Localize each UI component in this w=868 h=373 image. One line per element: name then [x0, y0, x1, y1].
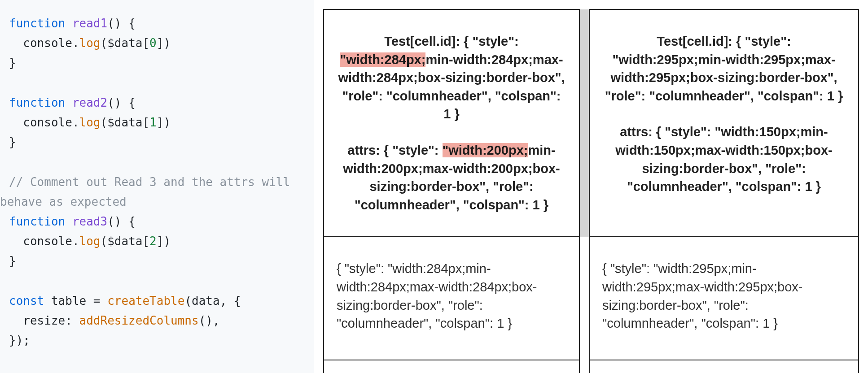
code-punc: , — [220, 294, 234, 308]
highlighted-text: "width:284px; — [340, 52, 425, 67]
code-num: 1 — [149, 116, 157, 129]
column-header-2[interactable]: Test[cell.id]: { "style": "width:295px;m… — [589, 9, 859, 237]
table-cell: { "style": "width:284px;min-width:284px;… — [324, 237, 579, 360]
code-block[interactable]: function read1() { console.log($data[0])… — [9, 13, 305, 350]
keyword-function: function — [9, 96, 65, 109]
code-editor-pane[interactable]: function read1() { console.log($data[0])… — [0, 0, 314, 373]
code-num: 0 — [149, 36, 157, 50]
code-punc: ) — [163, 36, 171, 50]
header-attrs-block: attrs: { "style": "width:200px;min-width… — [338, 141, 566, 214]
code-comment: // Comment out Read 3 and the attrs will — [9, 175, 297, 189]
function-name: read2 — [72, 96, 107, 109]
code-punc: . — [72, 234, 79, 248]
table-cell — [324, 360, 579, 373]
code-key: resize — [23, 314, 65, 327]
code-punc: { — [234, 294, 241, 308]
code-punc: [ — [142, 36, 149, 50]
output-pane[interactable]: Test[cell.id]: { "style": "width:284px;m… — [314, 0, 868, 373]
keyword-function: function — [9, 215, 65, 228]
code-call: log — [79, 36, 101, 50]
highlighted-text: "width:200px; — [443, 143, 528, 157]
code-var: $data — [107, 234, 142, 248]
column-header-1[interactable]: Test[cell.id]: { "style": "width:284px;m… — [324, 9, 579, 237]
code-var: $data — [107, 116, 142, 129]
header-attrs-block: attrs: { "style": "width:150px;min-width… — [603, 123, 845, 195]
code-punc: [ — [142, 234, 149, 248]
table-cell: { "style": "width:295px;min-width:295px;… — [589, 237, 859, 360]
function-name: read3 — [72, 215, 107, 228]
code-punc: } — [9, 56, 16, 69]
column-resize-handle[interactable] — [579, 9, 589, 237]
code-punc: ] — [157, 234, 164, 248]
table-cell — [589, 360, 859, 373]
code-punc: . — [72, 36, 79, 50]
code-punc: ] — [157, 36, 164, 50]
code-punc: () — [199, 314, 213, 327]
function-name: read1 — [72, 17, 107, 30]
code-obj: console — [23, 234, 72, 248]
code-punc: } — [9, 254, 16, 268]
code-punc: ( — [101, 116, 108, 129]
code-var: $data — [107, 36, 142, 50]
code-comment: behave as expected — [0, 192, 127, 212]
code-punc: . — [72, 116, 79, 129]
code-call: log — [79, 116, 101, 129]
code-punc: ) — [163, 116, 171, 129]
output-table: Test[cell.id]: { "style": "width:284px;m… — [323, 9, 859, 373]
code-punc: () { — [107, 17, 136, 30]
keyword-const: const — [9, 294, 44, 308]
code-var: data — [192, 294, 220, 308]
code-punc: : — [65, 314, 79, 327]
code-num: 2 — [149, 234, 157, 248]
column-resize-handle[interactable] — [579, 237, 589, 360]
code-var: table — [51, 294, 86, 308]
code-punc: = — [86, 294, 107, 308]
code-punc: }); — [9, 334, 30, 347]
code-punc: } — [9, 135, 16, 149]
code-call: log — [79, 234, 101, 248]
code-punc: () { — [107, 96, 136, 109]
table-row: { "style": "width:284px;min-width:284px;… — [324, 237, 859, 360]
code-punc: ( — [101, 36, 108, 50]
code-obj: console — [23, 116, 72, 129]
code-punc: ] — [157, 116, 164, 129]
app-layout: function read1() { console.log($data[0])… — [0, 0, 868, 373]
column-resize-handle[interactable] — [579, 360, 589, 373]
code-punc: () { — [107, 215, 136, 228]
code-punc: ( — [184, 294, 192, 308]
code-punc: ) — [163, 234, 171, 248]
code-punc: , — [213, 314, 220, 327]
header-cell-text: attrs: { "style": — [347, 143, 442, 157]
header-cell-text: Test[cell.id]: { "style": — [384, 34, 518, 48]
header-cell-text: Test[cell.id]: { "style": "width:295px;m… — [605, 34, 843, 103]
table-row — [324, 360, 859, 373]
code-obj: console — [23, 36, 72, 50]
table-header-row: Test[cell.id]: { "style": "width:284px;m… — [324, 9, 859, 237]
code-call: addResizedColumns — [79, 314, 199, 327]
code-punc: ( — [101, 234, 108, 248]
keyword-function: function — [9, 17, 65, 30]
code-punc: [ — [142, 116, 149, 129]
code-call: createTable — [107, 294, 184, 308]
